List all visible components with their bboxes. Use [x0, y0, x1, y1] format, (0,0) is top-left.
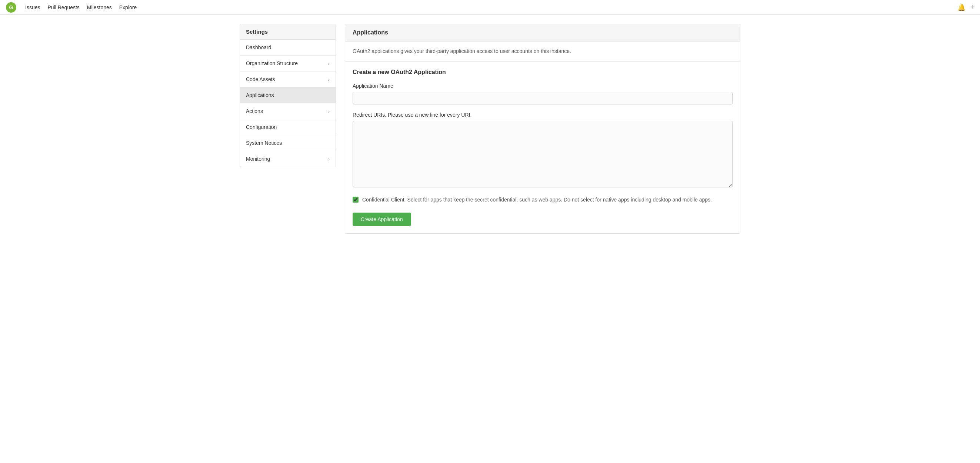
section-header: Applications [345, 24, 740, 41]
plus-icon[interactable]: + [970, 3, 974, 11]
oauth-form-section: Create a new OAuth2 Application Applicat… [345, 62, 740, 233]
redirect-uris-label: Redirect URIs. Please use a new line for… [353, 112, 733, 118]
sidebar-item-label: Configuration [246, 124, 277, 130]
app-name-input[interactable] [353, 92, 733, 105]
chevron-right-icon: › [328, 108, 329, 114]
top-navigation: G Issues Pull Requests Milestones Explor… [0, 0, 980, 15]
create-application-button[interactable]: Create Application [353, 213, 411, 226]
nav-explore[interactable]: Explore [119, 3, 137, 12]
sidebar-item-applications[interactable]: Applications [240, 88, 336, 103]
sidebar-item-system-notices[interactable]: System Notices [240, 135, 336, 151]
nav-issues[interactable]: Issues [25, 3, 40, 12]
confidential-client-group: Confidential Client. Select for apps tha… [353, 196, 733, 204]
chevron-right-icon: › [328, 156, 329, 162]
sidebar-item-label: Applications [246, 92, 274, 98]
sidebar-item-label: Dashboard [246, 45, 272, 50]
sidebar-item-monitoring[interactable]: Monitoring › [240, 151, 336, 167]
app-logo[interactable]: G [6, 2, 16, 13]
topnav-actions: 🔔 + [958, 3, 974, 11]
sidebar-item-label: Organization Structure [246, 60, 298, 66]
main-content: Applications OAuth2 applications gives y… [345, 24, 740, 234]
sidebar-item-configuration[interactable]: Configuration [240, 119, 336, 135]
page-layout: Settings Dashboard Organization Structur… [231, 15, 749, 243]
redirect-uris-group: Redirect URIs. Please use a new line for… [353, 112, 733, 189]
svg-text:G: G [9, 5, 13, 10]
sidebar-item-actions[interactable]: Actions › [240, 103, 336, 119]
app-name-label: Application Name [353, 83, 733, 89]
nav-pull-requests[interactable]: Pull Requests [48, 3, 79, 12]
confidential-client-label[interactable]: Confidential Client. Select for apps tha… [362, 196, 712, 204]
sidebar-item-organization-structure[interactable]: Organization Structure › [240, 56, 336, 72]
app-name-group: Application Name [353, 83, 733, 105]
form-subtitle: Create a new OAuth2 Application [353, 69, 733, 76]
redirect-uris-textarea[interactable] [353, 121, 733, 188]
chevron-right-icon: › [328, 77, 329, 82]
sidebar-item-label: System Notices [246, 140, 282, 146]
sidebar-item-dashboard[interactable]: Dashboard [240, 40, 336, 56]
sidebar-title: Settings [240, 24, 336, 40]
nav-links: Issues Pull Requests Milestones Explore [25, 3, 948, 12]
sidebar-item-code-assets[interactable]: Code Assets › [240, 72, 336, 88]
sidebar-item-label: Actions [246, 108, 263, 114]
confidential-client-checkbox[interactable] [353, 197, 358, 203]
sidebar-item-label: Monitoring [246, 156, 270, 162]
sidebar-item-label: Code Assets [246, 76, 275, 82]
section-description: OAuth2 applications gives your third-par… [345, 41, 740, 62]
settings-sidebar: Settings Dashboard Organization Structur… [240, 24, 336, 167]
nav-milestones[interactable]: Milestones [87, 3, 112, 12]
bell-icon[interactable]: 🔔 [958, 3, 966, 11]
chevron-right-icon: › [328, 61, 329, 66]
